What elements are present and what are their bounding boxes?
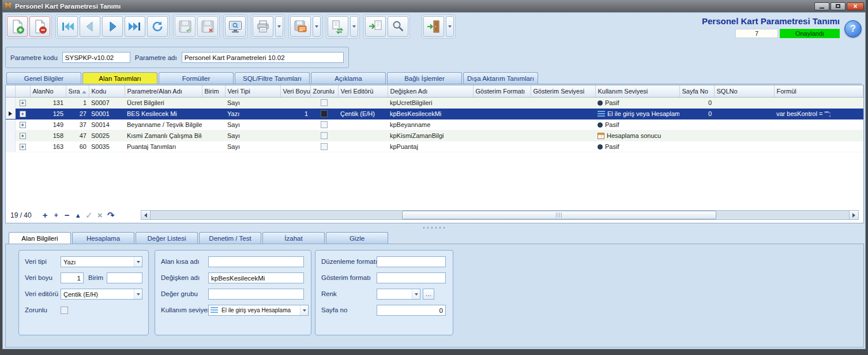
deger-grubu-input[interactable]: [208, 289, 304, 300]
scrollbar-thumb[interactable]: [402, 211, 716, 219]
horizontal-scrollbar[interactable]: [141, 210, 859, 220]
column-header-gosterimSeviyesi[interactable]: Gösterim Seviyesi: [531, 85, 595, 97]
cell-veriBoyu[interactable]: [280, 141, 310, 152]
cell-veriTipi[interactable]: Sayı: [225, 97, 280, 108]
cell-formul[interactable]: [774, 130, 863, 141]
column-header-formul[interactable]: Formül: [774, 85, 863, 97]
cell-veriTipi[interactable]: Sayı: [225, 119, 280, 130]
cell-kodu[interactable]: S0007: [89, 97, 125, 108]
cell-ad[interactable]: Ücret Bilgileri: [125, 97, 202, 108]
exit-button[interactable]: [423, 16, 444, 37]
cell-formul[interactable]: [774, 119, 863, 130]
cell-gosterimSeviyesi[interactable]: [531, 108, 595, 119]
column-header-birim[interactable]: Birim: [202, 85, 225, 97]
cell-degiskenAdi[interactable]: kpKismiZamanBilgi: [388, 130, 473, 141]
cell-degiskenAdi[interactable]: kpBesKesilecekMi: [388, 108, 473, 119]
tab-formuller[interactable]: Formüller: [159, 72, 234, 84]
veri-editoru-select[interactable]: Çentik (E/H): [61, 289, 142, 300]
cell-ad[interactable]: Puantaj Tanımları: [125, 141, 202, 152]
cell-kodu[interactable]: S0035: [89, 141, 125, 152]
column-header-gosterimFormati[interactable]: Gösterim Formatı: [473, 85, 531, 97]
duzenleme-formati-input[interactable]: [377, 256, 446, 267]
print-dropdown-button[interactable]: [275, 16, 283, 37]
cell-sira[interactable]: 60: [66, 141, 89, 152]
expand-icon[interactable]: +: [20, 133, 26, 139]
pdf-export-button[interactable]: [290, 16, 311, 37]
cell-gosterimSeviyesi[interactable]: [531, 119, 595, 130]
column-header-sqlNo[interactable]: SQLNo: [714, 85, 774, 97]
cell-sira[interactable]: 37: [66, 119, 89, 130]
detail-tab-deger-listesi[interactable]: Değer Listesi: [136, 232, 198, 244]
add-row-button[interactable]: +: [40, 208, 51, 222]
table-row[interactable]: +1311S0007Ücret BilgileriSayıkpUcretBilg…: [6, 97, 863, 108]
panel-splitter[interactable]: [5, 225, 863, 230]
tab-bagli-islemler[interactable]: Bağlı İşlemler: [387, 72, 462, 84]
cell-ad[interactable]: BES Kesilecek Mi: [125, 108, 202, 119]
cell-veriBoyu[interactable]: 1: [280, 108, 310, 119]
tab-aciklama[interactable]: Açıklama: [311, 72, 386, 84]
maximize-button[interactable]: [831, 2, 846, 10]
cell-sira[interactable]: 1: [66, 97, 89, 108]
gosterim-formati-input[interactable]: [377, 272, 446, 283]
cell-ad[interactable]: Kısmi Zamanlı Çalışma Bilgileri: [125, 130, 202, 141]
cell-sira[interactable]: 47: [66, 130, 89, 141]
param-name-input[interactable]: [182, 52, 344, 63]
next-record-button[interactable]: [102, 16, 123, 37]
cell-gosterimFormati[interactable]: [473, 141, 531, 152]
cell-kullanimSeviyesi[interactable]: El ile giriş veya Hesaplama: [595, 108, 679, 119]
cell-sayfaNo[interactable]: 0: [679, 97, 714, 108]
import-button[interactable]: [365, 16, 386, 37]
scroll-left-button[interactable]: [141, 211, 151, 219]
column-header-veriTipi[interactable]: Veri Tipi: [225, 85, 280, 97]
refresh-button[interactable]: [147, 16, 168, 37]
titlebar[interactable]: Personel Kart Parametresi Tanımı ×: [2, 0, 866, 12]
cell-sayfaNo[interactable]: [679, 119, 714, 130]
cell-veriEditoru[interactable]: [338, 97, 388, 108]
new-record-button[interactable]: [7, 16, 28, 37]
required-checkbox[interactable]: [321, 132, 328, 139]
scroll-right-button[interactable]: [849, 211, 858, 219]
renk-select[interactable]: [377, 289, 420, 300]
column-header-veriBoyu[interactable]: Veri Boyu: [280, 85, 310, 97]
cell-veriBoyu[interactable]: [280, 130, 310, 141]
cell-ad[interactable]: Beyanname / Teşvik Bilgileri: [125, 119, 202, 130]
cell-veriEditoru[interactable]: [338, 141, 388, 152]
cell-birim[interactable]: [202, 97, 225, 108]
expand-icon[interactable]: +: [20, 122, 26, 128]
required-checkbox[interactable]: [321, 143, 328, 150]
cell-birim[interactable]: [202, 108, 225, 119]
cell-zorunlu[interactable]: [310, 130, 338, 141]
cell-kodu[interactable]: S0001: [89, 108, 125, 119]
column-header-ad[interactable]: Parametre/Alan Adı: [125, 85, 202, 97]
previous-record-button[interactable]: [80, 16, 100, 37]
cell-birim[interactable]: [202, 119, 225, 130]
edit-row-button[interactable]: ▲: [73, 208, 84, 222]
first-record-button[interactable]: [57, 16, 78, 37]
birim-input[interactable]: [107, 272, 142, 283]
minimize-button[interactable]: [814, 2, 829, 10]
alan-kisa-adi-input[interactable]: [208, 256, 304, 267]
scrollbar-track[interactable]: [151, 211, 849, 219]
column-header-degiskenAdi[interactable]: Değişken Adı: [388, 85, 473, 97]
column-header-kodu[interactable]: Kodu: [89, 85, 125, 97]
expand-icon[interactable]: +: [20, 111, 26, 117]
cell-zorunlu[interactable]: [310, 119, 338, 130]
delete-record-button[interactable]: [29, 16, 50, 37]
detail-tab-gizle[interactable]: Gizle: [326, 232, 388, 244]
cell-expand[interactable]: +: [15, 141, 30, 152]
cell-birim[interactable]: [202, 130, 225, 141]
cell-sqlNo[interactable]: [714, 108, 774, 119]
tab-alan-tanimlari[interactable]: Alan Tanımları: [82, 72, 157, 84]
post-row-button[interactable]: ✓: [84, 208, 95, 222]
cell-alanNo[interactable]: 163: [30, 141, 66, 152]
cell-veriEditoru[interactable]: [338, 119, 388, 130]
column-header-expand[interactable]: [15, 85, 30, 97]
cell-gosterimFormati[interactable]: [473, 97, 531, 108]
required-checkbox[interactable]: [321, 99, 328, 106]
tab-disa-aktarim-tanimlari[interactable]: Dışa Aktarım Tanımları: [463, 72, 538, 84]
preview-button[interactable]: [225, 16, 246, 37]
detail-tab-hesaplama[interactable]: Hesaplama: [72, 232, 134, 244]
table-row[interactable]: +16360S0035Puantaj TanımlarıSayıkpPuanta…: [6, 141, 863, 152]
cell-alanNo[interactable]: 131: [30, 97, 66, 108]
kullanim-seviyesi-select[interactable]: El ile giriş veya Hesaplama: [208, 305, 309, 316]
